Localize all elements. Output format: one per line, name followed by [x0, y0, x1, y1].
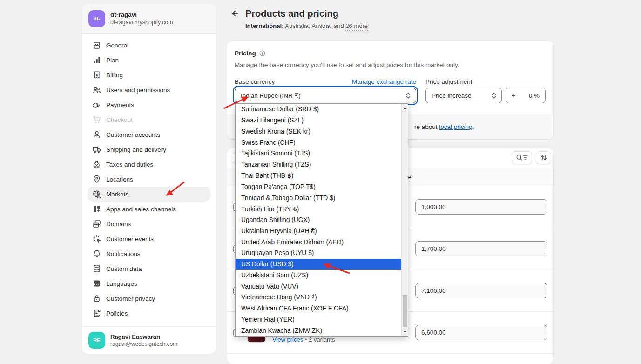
- price-input[interactable]: [415, 283, 547, 298]
- sidebar-item-label: Policies: [106, 310, 128, 317]
- pricing-card-title: Pricing: [235, 50, 266, 57]
- search-filter-icon: [516, 154, 528, 162]
- users-icon: [92, 85, 101, 94]
- pricing-title-text: Pricing: [235, 50, 256, 57]
- sidebar-item-shipping-and-delivery[interactable]: Shipping and delivery: [88, 142, 210, 157]
- user-account[interactable]: RE Ragavi Easwaran ragavi@wedesigntech.c…: [82, 326, 216, 354]
- custom-data-icon: [92, 264, 101, 273]
- scroll-down-icon[interactable]: [402, 329, 408, 335]
- price-adjustment-type-value: Price increase: [432, 92, 472, 99]
- currency-option[interactable]: US Dollar (USD $): [236, 259, 401, 270]
- currency-option[interactable]: Zambian Kwacha (ZMW ZK): [236, 325, 401, 336]
- sidebar-item-checkout[interactable]: Checkout: [88, 112, 210, 127]
- sidebar-item-taxes-and-duties[interactable]: Taxes and duties: [88, 157, 210, 172]
- currency-option[interactable]: Thai Baht (THB ฿): [236, 170, 401, 182]
- notifications-icon: [92, 249, 101, 258]
- back-arrow-icon[interactable]: [230, 9, 239, 18]
- privacy-icon: [92, 294, 101, 303]
- currency-option[interactable]: Turkish Lira (TRY ₺): [236, 203, 401, 215]
- view-prices-link[interactable]: View prices: [272, 336, 303, 343]
- sort-icon: [540, 154, 547, 162]
- currency-option[interactable]: Tongan Pa'anga (TOP T$): [236, 181, 401, 192]
- currency-option[interactable]: Yemeni Rial (YER): [236, 314, 401, 325]
- sidebar-item-label: Customer accounts: [106, 131, 160, 138]
- currency-option[interactable]: United Arab Emirates Dirham (AED): [236, 236, 401, 248]
- user-initials: RE: [93, 337, 100, 343]
- sidebar-item-label: Languages: [106, 280, 137, 287]
- user-email: ragavi@wedesigntech.com: [110, 341, 177, 347]
- sidebar-item-notifications[interactable]: Notifications: [88, 246, 210, 261]
- page-title: Products and pricing: [245, 7, 338, 20]
- sidebar-item-label: Customer privacy: [106, 295, 155, 302]
- adjustment-value: 0 %: [529, 92, 540, 99]
- sidebar-item-custom-data[interactable]: Custom data: [88, 261, 210, 276]
- payments-icon: [92, 100, 101, 109]
- sort-button[interactable]: [536, 151, 551, 164]
- sidebar-item-general[interactable]: General: [88, 38, 210, 53]
- scrollbar-thumb[interactable]: [403, 295, 407, 327]
- local-pricing-link[interactable]: local pricing: [439, 123, 472, 130]
- sidebar-item-markets[interactable]: $Markets: [88, 187, 210, 202]
- sidebar-item-label: Markets: [106, 191, 128, 198]
- base-currency-value: Indian Rupee (INR ₹): [241, 92, 301, 99]
- sidebar-item-label: Plan: [106, 57, 119, 64]
- sidebar-item-customer-accounts[interactable]: Customer accounts: [88, 127, 210, 142]
- currency-option[interactable]: Trinidad & Tobago Dollar (TTD $): [236, 192, 401, 203]
- store-switcher[interactable]: dt- dt-ragavi dt-ragavi.myshopify.com: [82, 4, 216, 34]
- sidebar-item-languages[interactable]: AxLanguages: [88, 276, 210, 291]
- manage-exchange-rate-link[interactable]: Manage exchange rate: [352, 78, 416, 85]
- sidebar-item-label: Custom data: [106, 265, 142, 272]
- store-avatar: dt-: [88, 10, 105, 27]
- currency-option[interactable]: Tajikistani Somoni (TJS): [236, 148, 401, 159]
- policies-icon: [92, 309, 101, 318]
- sidebar-item-apps-and-sales-channels[interactable]: Apps and sales channels: [88, 202, 210, 216]
- user-name: Ragavi Easwaran: [110, 333, 177, 340]
- base-currency-label: Base currency: [235, 78, 275, 85]
- price-input[interactable]: [415, 241, 547, 256]
- currency-option[interactable]: Vietnamese Dong (VND ₫): [236, 292, 401, 303]
- sidebar-item-label: Taxes and duties: [106, 161, 153, 168]
- sidebar-item-domains[interactable]: Domains: [88, 216, 210, 231]
- scroll-up-icon[interactable]: [402, 105, 408, 111]
- price-adjustment-type-select[interactable]: Price increase: [425, 88, 502, 103]
- sidebar-item-customer-events[interactable]: Customer events: [88, 231, 210, 246]
- footer-text: re about: [414, 123, 439, 130]
- sidebar-item-payments[interactable]: Payments: [88, 97, 210, 112]
- svg-text:$: $: [96, 73, 98, 77]
- currency-option[interactable]: Tanzanian Shilling (TZS): [236, 159, 401, 170]
- price-input[interactable]: [415, 199, 547, 215]
- sidebar-item-customer-privacy[interactable]: Customer privacy: [88, 291, 210, 306]
- info-icon[interactable]: [259, 50, 266, 57]
- price-adjustment-value-field[interactable]: + 0 %: [506, 88, 546, 103]
- currency-option[interactable]: Surinamese Dollar (SRD $): [236, 104, 401, 115]
- price-input[interactable]: [415, 325, 547, 340]
- sidebar-item-users-and-permissions[interactable]: Users and permissions: [88, 82, 210, 97]
- variant-count: • 2 variants: [305, 336, 335, 343]
- dropdown-scrollbar[interactable]: [401, 104, 408, 336]
- currency-option-list: Surinamese Dollar (SRD $)Swazi Lilangeni…: [236, 104, 401, 336]
- currency-option[interactable]: Swiss Franc (CHF): [236, 137, 401, 148]
- more-countries-link[interactable]: 26 more: [345, 22, 368, 31]
- store-initials: dt-: [94, 16, 100, 21]
- currency-option[interactable]: Uruguayan Peso (UYU $): [236, 248, 401, 259]
- currency-option[interactable]: West African CFA Franc (XOF F CFA): [236, 303, 401, 314]
- currency-option[interactable]: Swedish Krona (SEK kr): [236, 126, 401, 137]
- sidebar-item-policies[interactable]: Policies: [88, 306, 210, 321]
- settings-sidebar: dt- dt-ragavi dt-ragavi.myshopify.com Ge…: [82, 4, 216, 354]
- store-name: dt-ragavi: [110, 11, 173, 18]
- currency-option[interactable]: Ukrainian Hryvnia (UAH ₴): [236, 225, 401, 236]
- market-subtitle: International: Australia, Austria, and 2…: [245, 22, 368, 29]
- base-currency-select[interactable]: Indian Rupee (INR ₹): [235, 88, 416, 103]
- currency-option[interactable]: Swazi Lilangeni (SZL): [236, 115, 401, 126]
- currency-option[interactable]: Uzbekistani Som (UZS): [236, 270, 401, 281]
- search-filter-button[interactable]: [512, 151, 532, 164]
- sidebar-item-label: Billing: [106, 72, 123, 79]
- sidebar-item-plan[interactable]: Plan: [88, 53, 210, 67]
- currency-option[interactable]: Vanuatu Vatu (VUV): [236, 281, 401, 292]
- sidebar-item-billing[interactable]: $Billing: [88, 67, 210, 82]
- market-name: International:: [245, 22, 283, 29]
- store-meta: dt-ragavi dt-ragavi.myshopify.com: [110, 11, 173, 26]
- currency-option[interactable]: Ugandan Shilling (UGX): [236, 215, 401, 226]
- sidebar-item-locations[interactable]: Locations: [88, 172, 210, 187]
- apps-icon: [92, 204, 101, 214]
